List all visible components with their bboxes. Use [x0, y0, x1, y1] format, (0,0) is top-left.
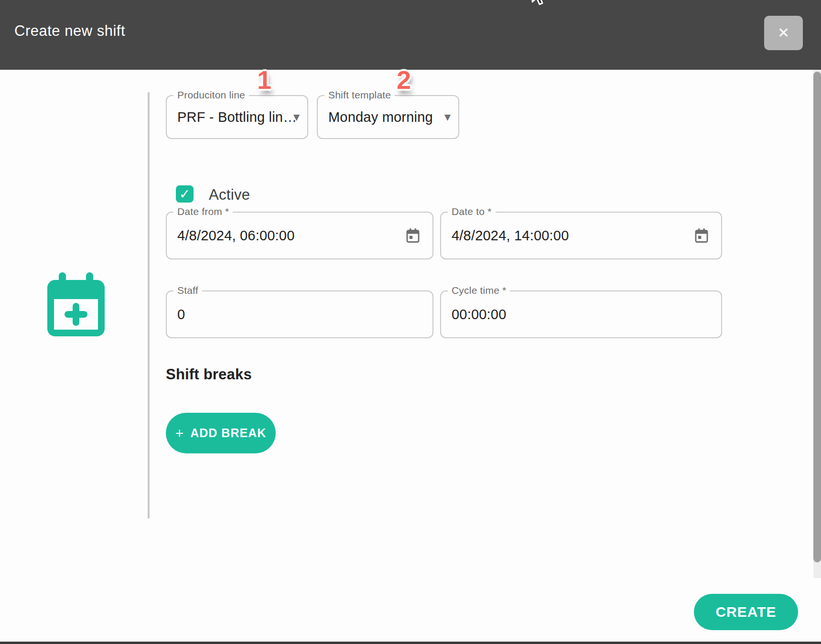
- shift-template-value: Monday morning: [328, 109, 433, 125]
- date-from-input[interactable]: Date from * 4/8/2024, 06:00:00: [166, 212, 433, 259]
- date-from-label: Date from *: [173, 206, 233, 217]
- shift-template-select[interactable]: Shift template Monday morning ▼: [317, 95, 459, 139]
- calendar-picker-icon[interactable]: [693, 227, 710, 244]
- production-line-select[interactable]: Produciton line PRF - Bottling lin… ▼: [166, 95, 308, 139]
- close-icon: ✕: [778, 24, 789, 41]
- shift-template-label: Shift template: [324, 89, 395, 101]
- scrollbar-thumb[interactable]: [813, 72, 821, 562]
- vertical-divider: [148, 92, 150, 518]
- bottom-window-edge: [0, 642, 821, 644]
- calendar-picker-icon[interactable]: [405, 227, 421, 244]
- add-break-label: ADD BREAK: [190, 426, 266, 440]
- page-title: Create new shift: [14, 22, 125, 40]
- chevron-down-icon[interactable]: ▼: [444, 112, 451, 122]
- shift-breaks-heading: Shift breaks: [166, 366, 252, 383]
- add-break-button[interactable]: + ADD BREAK: [166, 413, 276, 453]
- plus-icon: +: [175, 426, 184, 440]
- staff-value: 0: [177, 307, 185, 322]
- chevron-down-icon[interactable]: ▼: [293, 112, 300, 122]
- close-button[interactable]: ✕: [764, 16, 803, 50]
- date-to-label: Date to *: [448, 206, 496, 217]
- dialog-header: Create new shift ✕: [0, 0, 821, 70]
- staff-input[interactable]: Staff 0: [166, 290, 433, 338]
- production-line-value: PRF - Bottling lin…: [177, 109, 297, 125]
- annotation-marker-1: 1: [250, 65, 279, 95]
- cycle-time-input[interactable]: Cycle time * 00:00:00: [440, 290, 722, 338]
- calendar-plus-icon: [47, 272, 105, 336]
- annotation-marker-2: 2: [389, 65, 418, 95]
- cycle-time-label: Cycle time *: [448, 285, 510, 296]
- create-button[interactable]: CREATE: [694, 594, 798, 630]
- active-checkbox[interactable]: ✓: [176, 185, 194, 203]
- date-from-value: 4/8/2024, 06:00:00: [177, 228, 294, 244]
- production-line-label: Produciton line: [173, 89, 249, 101]
- create-new-shift-dialog: Create new shift ✕ Produciton line PRF -…: [0, 0, 821, 644]
- staff-label: Staff: [173, 285, 202, 296]
- checkbox-check-icon: ✓: [179, 186, 190, 202]
- mouse-cursor-icon: [529, 0, 547, 7]
- active-checkbox-label: Active: [209, 186, 250, 204]
- date-to-value: 4/8/2024, 14:00:00: [452, 228, 569, 244]
- date-to-input[interactable]: Date to * 4/8/2024, 14:00:00: [440, 212, 722, 259]
- cycle-time-value: 00:00:00: [452, 307, 507, 322]
